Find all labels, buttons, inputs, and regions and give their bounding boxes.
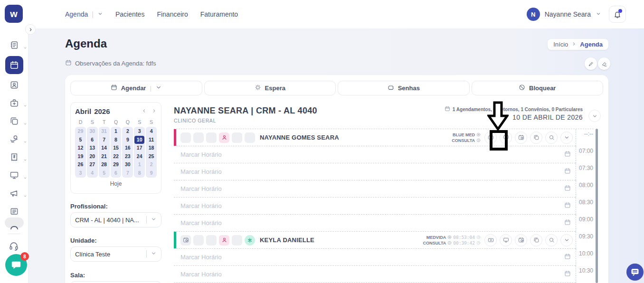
schedule-scrollbar[interactable]	[596, 129, 598, 283]
calendar-day[interactable]: 26	[76, 160, 85, 169]
sidebar-item-megaphone[interactable]	[7, 186, 21, 200]
patient-name[interactable]: NAYANNE GOMES SEARA	[260, 134, 339, 141]
room-select[interactable]	[70, 281, 161, 283]
calendar-today-button[interactable]: Hoje	[75, 180, 157, 187]
sidebar-item-news[interactable]	[7, 204, 21, 218]
empty-slot[interactable]: Marcar Horário	[174, 180, 576, 198]
sidebar-item-payments[interactable]	[7, 132, 21, 146]
calendar-day[interactable]: 8	[111, 136, 121, 144]
calclock-action-button[interactable]	[515, 234, 527, 246]
collapse-schedule-button[interactable]	[588, 110, 601, 122]
empty-slot[interactable]: Marcar Horário	[174, 249, 576, 266]
calendar-icon[interactable]	[564, 168, 571, 176]
calendar-day[interactable]: 18	[146, 144, 156, 152]
calendar-day[interactable]: 2	[123, 127, 133, 136]
calendar-day[interactable]: 28	[99, 160, 109, 169]
search-action-button[interactable]	[545, 132, 558, 144]
calendar-day[interactable]: 4	[146, 127, 156, 136]
user-menu[interactable]: N Nayanne Seara	[527, 0, 601, 28]
expand-appointment-button[interactable]	[560, 132, 573, 144]
calendar-day[interactable]: 27	[87, 160, 97, 169]
espera-button[interactable]: Espera	[204, 81, 336, 95]
calendar-icon[interactable]	[564, 219, 571, 227]
calendar-prev-icon[interactable]	[142, 107, 147, 115]
calendar-day[interactable]: 4	[87, 169, 97, 178]
calendar-day[interactable]: 30	[87, 127, 97, 136]
empty-slot[interactable]: Marcar Horário	[174, 163, 576, 180]
patient-name[interactable]: KEYLA DANIELLE	[260, 236, 314, 244]
nav-item-agenda[interactable]: Agenda |	[65, 10, 103, 18]
app-logo[interactable]: w	[5, 5, 23, 23]
calendar-day[interactable]: 1	[134, 160, 144, 169]
card-action-button[interactable]	[484, 234, 497, 246]
calendar-day[interactable]: 6	[111, 169, 121, 178]
search-action-button[interactable]	[545, 234, 558, 246]
calendar-day[interactable]: 17	[134, 144, 144, 152]
calendar-day[interactable]: 7	[123, 169, 133, 178]
help-chat-button[interactable]	[626, 264, 644, 281]
calendar-day[interactable]: 25	[146, 152, 156, 161]
calendar-day[interactable]: 30	[123, 160, 133, 169]
calendar-day[interactable]: 9	[123, 136, 133, 144]
unit-select[interactable]: Clínica Teste	[70, 246, 161, 262]
calendar-icon[interactable]	[564, 253, 571, 262]
calendar-day[interactable]: 22	[111, 152, 121, 161]
calendar-day[interactable]: 19	[76, 152, 85, 161]
calendar-day[interactable]: 2	[146, 160, 156, 169]
calendar-day[interactable]: 23	[123, 152, 133, 161]
calendar-day[interactable]: 11	[146, 136, 156, 144]
calendar-next-icon[interactable]	[152, 107, 157, 115]
sidebar-item-contact[interactable]	[7, 78, 21, 92]
professional-select[interactable]: CRM - AL | 4040 | NA...	[70, 212, 161, 227]
clear-observations-button[interactable]	[598, 57, 610, 70]
empty-slot[interactable]: Marcar Horário	[174, 146, 576, 163]
edit-observations-button[interactable]	[585, 57, 597, 70]
sidebar-item-calendar[interactable]	[5, 56, 23, 74]
copy-action-button[interactable]	[530, 132, 542, 144]
calendar-day[interactable]: 3	[134, 127, 144, 136]
chevron-down-icon[interactable]	[155, 84, 162, 92]
calendar-day[interactable]: 20	[87, 152, 97, 161]
calendar-day[interactable]: 3	[76, 169, 85, 178]
calendar-icon[interactable]	[564, 270, 571, 279]
chevron-down-icon[interactable]	[97, 10, 103, 18]
sidebar-item-monitor[interactable]	[7, 168, 21, 182]
calendar-day[interactable]: 5	[76, 136, 85, 144]
sidebar-item-journal[interactable]	[7, 38, 21, 52]
calendar-day[interactable]: 15	[111, 144, 121, 152]
nav-item-pacientes[interactable]: Pacientes	[115, 10, 144, 18]
calendar-day[interactable]: 29	[111, 160, 121, 169]
calendar-day[interactable]: 5	[99, 169, 109, 178]
empty-slot[interactable]: Marcar Horário	[174, 215, 576, 232]
calendar-day[interactable]: 29	[76, 127, 85, 136]
sidebar-item-copy[interactable]	[7, 114, 21, 128]
calendar-day[interactable]: 24	[134, 152, 144, 161]
breadcrumb-home[interactable]: Início	[553, 41, 568, 48]
empty-slot[interactable]: Marcar Horário	[174, 266, 576, 283]
expand-appointment-button[interactable]	[560, 234, 573, 246]
calendar-icon[interactable]	[564, 185, 571, 193]
calendar-day[interactable]: 13	[87, 144, 97, 152]
calendar-day[interactable]: 1	[111, 127, 121, 136]
calendar-day[interactable]: 14	[99, 144, 109, 152]
monitor-action-button[interactable]	[500, 234, 512, 246]
calclock-action-button[interactable]	[515, 132, 527, 144]
sidebar-expand-button[interactable]	[25, 24, 36, 35]
nav-item-financeiro[interactable]: Financeiro	[157, 10, 188, 18]
sidebar-item-medbag[interactable]	[7, 96, 21, 110]
senhas-button[interactable]: Senhas	[338, 81, 470, 95]
calendar-day[interactable]: 12	[76, 144, 85, 152]
support-headset-icon[interactable]	[9, 241, 19, 253]
calendar-day[interactable]: 21	[99, 152, 109, 161]
empty-slot[interactable]: Marcar Horário	[174, 198, 576, 215]
copy-action-button[interactable]	[530, 234, 542, 246]
agendar-button[interactable]: Agendar |	[70, 81, 202, 95]
calendar-day[interactable]: 6	[87, 136, 97, 144]
calendar-day[interactable]: 31	[99, 127, 109, 136]
calendar-day-selected[interactable]: 10	[134, 136, 144, 144]
nav-item-faturamento[interactable]: Faturamento	[200, 10, 238, 18]
sidebar-item-invoice[interactable]	[7, 150, 21, 164]
calendar-day[interactable]: 8	[134, 169, 144, 178]
calendar-day[interactable]: 16	[123, 144, 133, 152]
calendar-day[interactable]: 7	[99, 136, 109, 144]
